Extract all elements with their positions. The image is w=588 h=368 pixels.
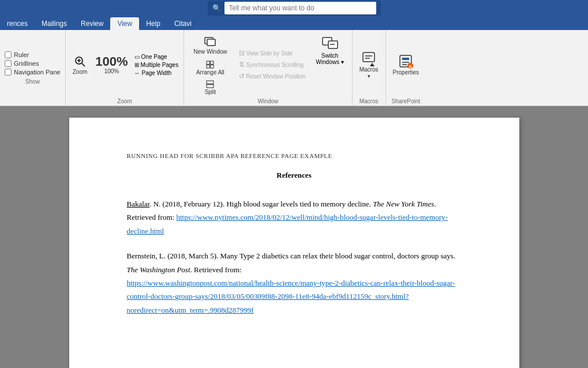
switch-windows-button[interactable]: SwitchWindows ▾ [311, 32, 348, 97]
arrange-all-icon [205, 60, 215, 69]
properties-button[interactable]: S Properties [389, 51, 423, 78]
tab-mailings[interactable]: Mailings [35, 17, 74, 30]
reset-window-position-button[interactable]: ↺ Reset Window Position [237, 71, 308, 81]
ribbon-tabs: rences Mailings Review View Help Citavi [0, 16, 588, 30]
zoom-percent-button[interactable]: 100% 100% [92, 54, 131, 76]
ref2-source: The Washington Post [127, 265, 190, 274]
svg-rect-9 [211, 65, 214, 68]
document-title: References [127, 171, 462, 180]
zoom-percent-value: 100% [95, 55, 128, 68]
new-window-button[interactable]: New Window [188, 32, 233, 58]
show-section-label: Show [5, 78, 61, 85]
multiple-pages-icon: ⊞ [134, 62, 139, 68]
zoom-icon [73, 55, 87, 69]
view-side-label: View Side by Side [246, 50, 293, 57]
sharepoint-section: S Properties SharePoint [386, 30, 426, 106]
macros-button[interactable]: Macros ▾ [356, 48, 382, 81]
navigation-pane-checkbox[interactable]: Navigation Pane [5, 69, 61, 76]
svg-text:S: S [409, 64, 413, 69]
sync-scroll-icon: ⇅ [239, 61, 245, 69]
multiple-pages-button[interactable]: ⊞ Multiple Pages [133, 61, 181, 69]
macros-section-label: Macros [356, 97, 382, 104]
switch-windows-label: SwitchWindows ▾ [316, 52, 343, 65]
macros-section: Macros ▾ Macros [353, 30, 386, 106]
navigation-pane-label: Navigation Pane [14, 69, 61, 76]
gridlines-checkbox[interactable]: Gridlines [5, 60, 61, 67]
split-button[interactable]: Split [188, 78, 233, 97]
ref1-author: Bakalar [127, 200, 150, 208]
document-area: RUNNING HEAD FOR SCRIBBR APA REFERENCE P… [0, 106, 588, 368]
arrange-all-label: Arrange All [196, 69, 224, 76]
page-width-button[interactable]: ↔ Page Width [133, 69, 181, 77]
document-page: RUNNING HEAD FOR SCRIBBR APA REFERENCE P… [69, 118, 519, 368]
ribbon-container: rences Mailings Review View Help Citavi … [0, 16, 588, 106]
search-bar[interactable]: 🔍 [208, 1, 381, 16]
sharepoint-section-label: SharePoint [389, 97, 423, 104]
svg-line-1 [81, 63, 85, 66]
page-width-icon: ↔ [134, 70, 140, 76]
window-content: New Window Arrange All [188, 32, 349, 97]
one-page-icon: ▭ [134, 54, 140, 60]
tab-help[interactable]: Help [139, 17, 167, 30]
one-page-label: One Page [141, 54, 167, 60]
multiple-pages-label: Multiple Pages [141, 62, 179, 68]
svg-rect-11 [207, 85, 214, 88]
zoom-options: ▭ One Page ⊞ Multiple Pages ↔ Page Width [133, 53, 181, 77]
new-window-icon [203, 35, 217, 48]
ruler-check-input[interactable] [5, 51, 12, 58]
view-side-by-side-button[interactable]: ⊟ View Side by Side [237, 48, 308, 58]
synchronous-scrolling-button[interactable]: ⇅ Synchronous Scrolling [237, 59, 308, 70]
show-section: Ruler Gridlines Navigation Pane Show [0, 30, 66, 106]
ref2-text2: . Retrieved from: [190, 265, 242, 274]
svg-rect-20 [402, 58, 409, 60]
reference-1: Bakalar. N. (2018, February 12). High bl… [127, 197, 462, 238]
split-label: Split [205, 89, 216, 96]
ref1-source: The New York Times [373, 200, 434, 208]
ref2-link[interactable]: https://www.washingtonpost.com/national/… [127, 279, 455, 314]
zoom-label: Zoom [73, 69, 88, 75]
search-icon: 🔍 [212, 4, 221, 12]
properties-icon: S [398, 53, 414, 69]
navigation-pane-check-input[interactable] [5, 69, 12, 76]
window-section: New Window Arrange All [184, 30, 353, 106]
svg-rect-15 [363, 52, 374, 62]
one-page-button[interactable]: ▭ One Page [133, 53, 181, 61]
tab-citavi[interactable]: Citavi [167, 17, 199, 30]
view-side-icon: ⊟ [239, 49, 245, 57]
ruler-label: Ruler [14, 51, 29, 58]
page-width-label: Page Width [142, 70, 172, 76]
ruler-checkbox[interactable]: Ruler [5, 51, 61, 58]
macros-icon [361, 50, 377, 66]
tab-references[interactable]: rences [0, 17, 35, 30]
svg-rect-10 [207, 81, 214, 84]
switch-windows-icon [321, 34, 339, 52]
reference-2: Bernstein, L. (2018, March 5). Many Type… [127, 249, 462, 317]
window-left-col: New Window Arrange All [188, 32, 233, 97]
ref2-text1: Bernstein, L. (2018, March 5). Many Type… [127, 251, 456, 260]
tab-review[interactable]: Review [74, 17, 110, 30]
search-input[interactable] [224, 2, 376, 14]
arrange-all-button[interactable]: Arrange All [188, 59, 233, 77]
title-bar: 🔍 [0, 0, 588, 16]
tab-view[interactable]: View [110, 17, 139, 30]
sync-scroll-label: Synchronous Scrolling [246, 62, 304, 68]
svg-rect-7 [211, 61, 214, 64]
macros-label: Macros [359, 66, 379, 73]
zoom-content: Zoom 100% 100% ▭ One Page ⊞ Multiple Pag… [69, 32, 180, 97]
svg-rect-5 [207, 39, 215, 46]
reset-window-icon: ↺ [239, 72, 245, 80]
zoom-section: Zoom 100% 100% ▭ One Page ⊞ Multiple Pag… [66, 30, 184, 106]
window-mid-col: ⊟ View Side by Side ⇅ Synchronous Scroll… [234, 32, 310, 97]
gridlines-label: Gridlines [14, 60, 39, 67]
new-window-label: New Window [193, 48, 227, 55]
properties-label: Properties [393, 69, 420, 76]
document-running-head: RUNNING HEAD FOR SCRIBBR APA REFERENCE P… [127, 152, 462, 159]
reset-window-label: Reset Window Position [246, 73, 306, 80]
ribbon-body: Ruler Gridlines Navigation Pane Show [0, 30, 588, 106]
ref1-link[interactable]: https://www.nytimes.com/2018/02/12/well/… [127, 213, 448, 235]
zoom-button[interactable]: Zoom [69, 54, 91, 76]
split-icon [205, 80, 215, 89]
zoom-percent-label: 100% [104, 68, 119, 74]
svg-rect-6 [207, 61, 209, 64]
gridlines-check-input[interactable] [5, 60, 12, 67]
